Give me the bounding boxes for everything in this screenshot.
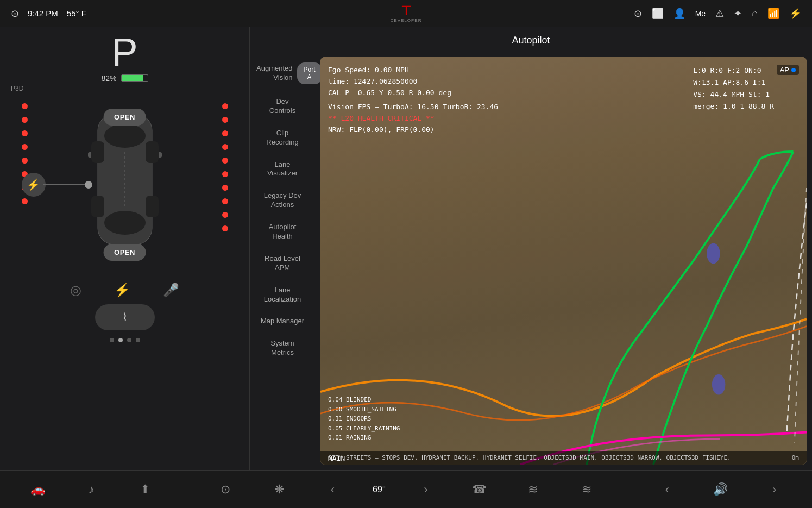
time-display: 9:42 PM	[28, 9, 58, 18]
sidebar-item-road-level-apm[interactable]: Road LevelAPM	[250, 249, 315, 278]
ap-overlay-bottomleft: 0.04 BLINDED 0.00 SMOOTH_SAILING 0.31 IN…	[328, 395, 400, 443]
sidebar-item-lane-localization[interactable]: LaneLocalization	[250, 280, 315, 310]
bl-line2: 0.00 SMOOTH_SAILING	[328, 405, 400, 415]
nav-divider-1	[185, 479, 185, 500]
nav-steering[interactable]: ⊙	[212, 482, 239, 497]
radar-dot	[222, 117, 228, 123]
open-button-top[interactable]: OPEN	[103, 109, 146, 126]
sidebar-item-system-metrics[interactable]: SystemMetrics	[250, 334, 315, 363]
wiper-button[interactable]: ⌇	[95, 304, 155, 330]
radar-dot	[222, 225, 228, 231]
page-dot-4[interactable]	[136, 338, 140, 342]
svg-point-13	[707, 243, 720, 264]
radar-dot	[22, 144, 28, 150]
tr-line4: merge: 1.0 1 88.8 R	[693, 101, 774, 112]
bottom-bar-left: CITY_STREETS – STOPS_BEV, HYDRANET_BACKU…	[328, 454, 731, 461]
sidebar-item-lane-visualizer[interactable]: LaneVisualizer	[250, 155, 315, 184]
developer-label: DEVELOPER	[391, 18, 422, 23]
svg-rect-6	[146, 141, 159, 163]
car-visualization: OPEN	[11, 92, 239, 277]
page-dot-1[interactable]	[110, 338, 114, 342]
bluetooth-icon[interactable]: ⚡	[789, 8, 801, 20]
nav-vol-next[interactable]: ›	[761, 482, 788, 497]
page-dot-2[interactable]	[118, 338, 123, 342]
nav-divider-2	[627, 479, 627, 500]
nav-seat-heat-front[interactable]: ≋	[519, 482, 546, 497]
power-icon: ⊙	[11, 8, 19, 20]
battery-percent: 82%	[101, 74, 116, 83]
sidebar-item-map-manager[interactable]: Map Manager	[250, 311, 315, 331]
bottom-bar-right: 0m	[792, 454, 799, 461]
aug-vision-label: AugmentedVision	[256, 64, 293, 83]
page-dot-3[interactable]	[127, 338, 131, 342]
nav-music[interactable]: ♪	[78, 482, 105, 497]
target-icon[interactable]: ◎	[70, 283, 81, 298]
charge-slider-knob[interactable]	[85, 181, 92, 189]
radar-dot	[22, 130, 28, 136]
nav-vol-prev[interactable]: ‹	[653, 482, 681, 497]
camera-icon[interactable]: ⬜	[652, 8, 664, 20]
steering-icon[interactable]: ⊙	[634, 8, 642, 20]
svg-point-2	[104, 211, 146, 235]
radar-dot	[222, 130, 228, 136]
tr-line2: W:13.1 AP:8.6 I:1	[693, 77, 774, 89]
aug-vision-row: AugmentedVision Port A Port B	[250, 57, 315, 90]
energy-icon[interactable]: ⚡	[114, 283, 130, 298]
bl-line4: 0.05 CLEARLY_RAINING	[328, 424, 400, 434]
nav-phone[interactable]: ☎	[466, 482, 493, 497]
sidebar-item-dev-controls[interactable]: DevControls	[250, 92, 315, 121]
tesla-logo: ⊤	[401, 4, 411, 18]
panel-body: AugmentedVision Port A Port B DevControl…	[250, 52, 812, 470]
right-panel: Autopilot AugmentedVision Port A Port B …	[250, 27, 812, 470]
lightning-button[interactable]: ⚡	[22, 173, 46, 197]
vision-fps-text: Vision FPS – TurboA: 16.50 TurboB: 23.46	[328, 102, 498, 113]
nav-volume[interactable]: 🔊	[707, 482, 734, 497]
sidebar-item-autopilot-health[interactable]: AutopilotHealth	[250, 217, 315, 247]
radar-dot	[222, 171, 228, 177]
page-dots	[110, 338, 140, 342]
bl-line3: 0.31 INDOORS	[328, 414, 400, 424]
left-panel: P 82% P3D OPEN	[0, 27, 250, 470]
alert-icon[interactable]: ⚠	[715, 8, 724, 20]
tr-line3: VS: 44.4 MPH St: 1	[693, 89, 774, 101]
sidebar-item-clip-recording[interactable]: ClipRecording	[250, 123, 315, 153]
car-image: OPEN	[81, 103, 168, 266]
sidebar: AugmentedVision Port A Port B DevControl…	[250, 52, 315, 470]
home-icon[interactable]: ⌂	[752, 8, 758, 19]
ap-bottom-bar: CITY_STREETS – STOPS_BEV, HYDRANET_BACKU…	[320, 451, 807, 465]
mic-icon[interactable]: 🎤	[163, 283, 179, 298]
nav-fan[interactable]: ❋	[266, 482, 293, 497]
radar-dot	[22, 103, 28, 109]
ap-overlay-topleft: Ego Speed: 0.00 MPH time: 12427.06285000…	[328, 65, 498, 136]
nav-seat-heat-rear[interactable]: ≋	[573, 482, 600, 497]
svg-rect-5	[91, 141, 104, 163]
ap-dot	[791, 68, 796, 72]
radar-dot	[222, 103, 228, 109]
time-text: time: 12427.062850000	[328, 76, 498, 87]
nav-temp-right[interactable]: ›	[412, 482, 439, 497]
nav-temp-left[interactable]: ‹	[319, 482, 346, 497]
svg-rect-8	[146, 196, 159, 217]
nav-car[interactable]: 🚗	[24, 482, 51, 497]
wifi-icon[interactable]: 📶	[767, 8, 779, 20]
radar-dot	[222, 185, 228, 191]
radar-dots-right	[222, 103, 228, 231]
nav-apps[interactable]: ⬆	[131, 482, 159, 497]
sidebar-item-legacy-dev-actions[interactable]: Legacy DevActions	[250, 186, 315, 215]
me-label[interactable]: Me	[695, 9, 706, 18]
ap-badge: AP	[777, 65, 799, 75]
brightness-icon[interactable]: ✦	[734, 8, 742, 20]
status-bar-left: ⊙ 9:42 PM 55° F	[11, 8, 261, 20]
radar-dot	[222, 158, 228, 164]
bl-line5: 0.01 RAINING	[328, 433, 400, 443]
person-icon[interactable]: 👤	[673, 8, 685, 20]
nav-temperature: 69°	[373, 485, 386, 494]
main-content: P 82% P3D OPEN	[0, 27, 812, 470]
radar-dot	[222, 198, 228, 204]
tesla-logo-area: ⊤ DEVELOPER	[391, 4, 422, 23]
tr-line1: L:0 R:0 F:2 ON:0	[693, 65, 774, 77]
svg-point-1	[104, 124, 146, 148]
open-button-bottom[interactable]: OPEN	[103, 244, 146, 261]
ap-label: AP	[780, 66, 789, 74]
status-bar: ⊙ 9:42 PM 55° F ⊤ DEVELOPER ⊙ ⬜ 👤 Me ⚠ ✦…	[0, 0, 812, 27]
